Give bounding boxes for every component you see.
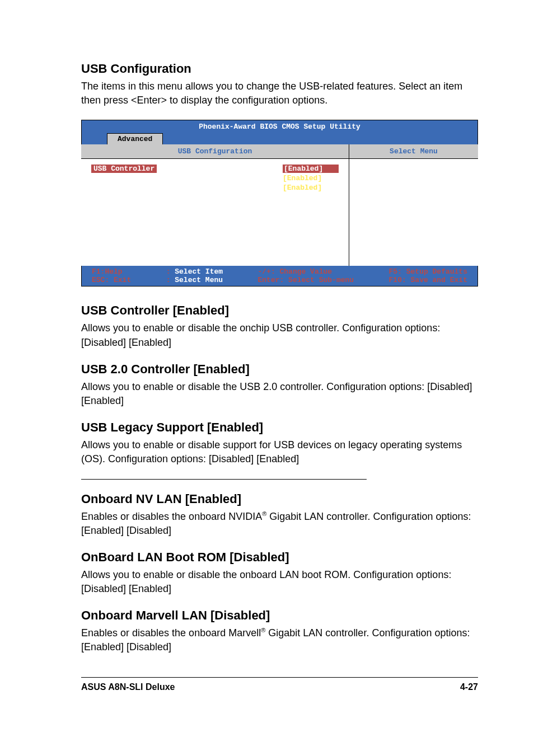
heading: OnBoard LAN Boot ROM [Disabled]	[81, 550, 478, 565]
heading: Onboard Marvell LAN [Disabled]	[81, 608, 478, 623]
section-usb-legacy: USB Legacy Support [Enabled] Allows you …	[81, 420, 478, 466]
paragraph: Allows you to enable or disable the onbo…	[81, 568, 478, 596]
bios-row-label: USB2.0 Controller	[91, 174, 166, 182]
bios-footer-value: Select Menu	[175, 276, 223, 284]
text: Enables or disables the onboard NVIDIA	[81, 511, 262, 522]
paragraph: Enables or disables the onboard NVIDIA® …	[81, 510, 478, 538]
bios-footer-key: :	[166, 267, 171, 276]
bios-screenshot: Phoenix-Award BIOS CMOS Setup Utility Ad…	[81, 120, 478, 287]
bios-footer-group: -/+: Change Value Enter: Select Sub-menu	[257, 267, 354, 284]
bios-row-value: [Enabled]	[283, 165, 339, 173]
bios-row: USB Controller [Enabled]	[91, 165, 339, 173]
section-marvell-lan: Onboard Marvell LAN [Disabled] Enables o…	[81, 608, 478, 654]
bios-subtitle-row: USB Configuration Select Menu	[81, 144, 478, 159]
bios-footer-key: F1:Help	[92, 267, 123, 276]
bios-footer-key: Enter: Select Sub-menu	[257, 276, 354, 284]
footer-page-number: 4-27	[460, 682, 478, 692]
bios-panel-title-right: Select Menu	[349, 144, 478, 158]
footer-product: ASUS A8N-SLI Deluxe	[81, 682, 175, 692]
bios-footer-value: Select Item	[175, 267, 223, 276]
bios-row-label: USB Legacy support	[91, 184, 170, 192]
heading: Onboard NV LAN [Enabled]	[81, 492, 478, 506]
paragraph: Allows you to enable or disable the onch…	[81, 321, 478, 349]
bios-footer-group: F5: Setup Defaults F10: Save and Exit	[389, 267, 467, 284]
paragraph: Allows you to enable or disable support …	[81, 438, 478, 466]
divider	[81, 479, 367, 480]
bios-footer-key: ESC: Exit	[92, 276, 131, 284]
bios-tab-bar: Advanced	[81, 133, 478, 144]
bios-row: USB Legacy support [Enabled]	[91, 184, 339, 192]
heading: USB Legacy Support [Enabled]	[81, 420, 478, 435]
section-nv-lan: Onboard NV LAN [Enabled] Enables or disa…	[81, 492, 478, 538]
bios-settings-panel: USB Controller [Enabled] USB2.0 Controll…	[81, 159, 349, 266]
page-footer: ASUS A8N-SLI Deluxe 4-27	[81, 677, 478, 692]
bios-panel-title-left: USB Configuration	[81, 144, 349, 158]
bios-footer-key: F5: Setup Defaults	[389, 267, 467, 276]
bios-row-value: [Enabled]	[283, 174, 339, 182]
bios-row: USB2.0 Controller [Enabled]	[91, 174, 339, 182]
bios-footer-key: F10: Save and Exit	[389, 276, 467, 284]
bios-row-label: USB Controller	[91, 165, 157, 173]
bios-footer: F1:Help ESC: Exit : Select Item : Select…	[81, 266, 478, 287]
text: Enables or disables the onboard Marvell	[81, 627, 261, 638]
section-usb-controller: USB Controller [Enabled] Allows you to e…	[81, 303, 478, 349]
arrow-right-icon: ▶▶	[435, 165, 442, 173]
paragraph: Enables or disables the onboard Marvell®…	[81, 626, 478, 654]
section-lan-boot-rom: OnBoard LAN Boot ROM [Disabled] Allows y…	[81, 550, 478, 596]
bios-footer-key: :	[166, 276, 171, 284]
bios-title: Phoenix-Award BIOS CMOS Setup Utility	[81, 120, 478, 133]
bios-footer-key: -/+: Change Value	[257, 267, 332, 276]
paragraph: The items in this menu allows you to cha…	[81, 79, 478, 107]
heading: USB 2.0 Controller [Enabled]	[81, 362, 478, 377]
heading: USB Controller [Enabled]	[81, 303, 478, 318]
bios-help-text: Item Specific Help	[357, 165, 435, 173]
bios-footer-group: F1:Help ESC: Exit	[92, 267, 131, 284]
bios-content: USB Controller [Enabled] USB2.0 Controll…	[81, 159, 478, 266]
section-usb20-controller: USB 2.0 Controller [Enabled] Allows you …	[81, 362, 478, 408]
bios-row-value: [Enabled]	[283, 184, 339, 192]
bios-footer-group: : Select Item : Select Menu	[166, 267, 223, 284]
section-usb-configuration: USB Configuration The items in this menu…	[81, 62, 478, 107]
paragraph: Allows you to enable or disable the USB …	[81, 380, 478, 408]
bios-help-panel: Item Specific Help▶▶	[349, 159, 478, 266]
heading-usb-config: USB Configuration	[81, 62, 478, 76]
bios-tab-advanced: Advanced	[107, 133, 163, 144]
